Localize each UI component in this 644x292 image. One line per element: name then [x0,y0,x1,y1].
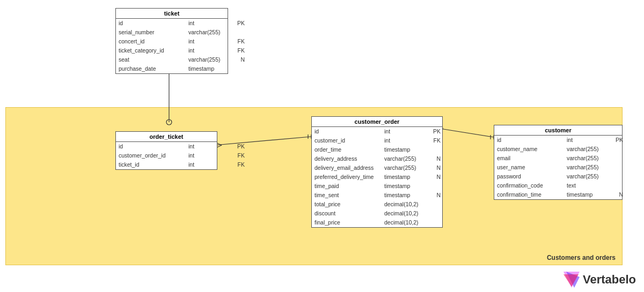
customer-table: customer id int PK customer_name varchar… [494,125,623,200]
table-row: ticket_category_id int FK [116,46,228,55]
table-row: ticket_id int FK [116,160,217,169]
diagram-label: Customers and orders [547,254,616,261]
table-row: order_time timestamp [312,145,442,154]
customer-order-table-header: customer_order [312,117,442,127]
table-row: total_price decimal(10,2) [312,200,442,209]
ticket-table: ticket id int PK serial_number varchar(2… [115,8,228,74]
table-row: seat varchar(255) N [116,55,228,64]
table-row: id int PK [494,136,622,145]
customer-table-body: id int PK customer_name varchar(255) ema… [494,136,622,199]
customer-table-header: customer [494,125,622,136]
table-row: customer_order_id int FK [116,151,217,160]
order-ticket-table-body: id int PK customer_order_id int FK ticke… [116,142,217,169]
vertabelo-logo-text: Vertabelo [583,273,636,287]
order-ticket-table: order_ticket id int PK customer_order_id… [115,131,217,170]
order-ticket-table-header: order_ticket [116,132,217,142]
customer-order-table: customer_order id int PK customer_id int… [311,116,443,228]
table-row: user_name varchar(255) [494,163,622,172]
table-row: time_paid timestamp [312,182,442,191]
table-row: serial_number varchar(255) [116,28,228,37]
table-row: delivery_address varchar(255) N [312,154,442,163]
table-row: id int PK [116,142,217,151]
vertabelo-logo-icon [564,272,580,288]
table-row: time_sent timestamp N [312,191,442,200]
vertabelo-logo: Vertabelo [564,272,636,288]
ticket-table-body: id int PK serial_number varchar(255) con… [116,19,228,73]
table-row: final_price decimal(10,2) [312,218,442,227]
table-row: confirmation_code text [494,181,622,190]
table-row: id int PK [116,19,228,28]
table-row: customer_id int FK [312,136,442,145]
table-row: id int PK [312,127,442,136]
table-row: password varchar(255) [494,172,622,181]
table-row: concert_id int FK [116,37,228,46]
table-row: delivery_email_address varchar(255) N [312,163,442,173]
table-row: purchase_date timestamp [116,64,228,73]
table-row: confirmation_time timestamp N [494,190,622,199]
main-area: Customers and orders ticket id [0,0,644,292]
table-row: email varchar(255) [494,154,622,163]
customer-order-table-body: id int PK customer_id int FK order_time … [312,127,442,227]
table-row: discount decimal(10,2) [312,209,442,218]
table-row: customer_name varchar(255) [494,145,622,154]
ticket-table-header: ticket [116,9,228,19]
table-row: preferred_delivery_time timestamp N [312,173,442,182]
